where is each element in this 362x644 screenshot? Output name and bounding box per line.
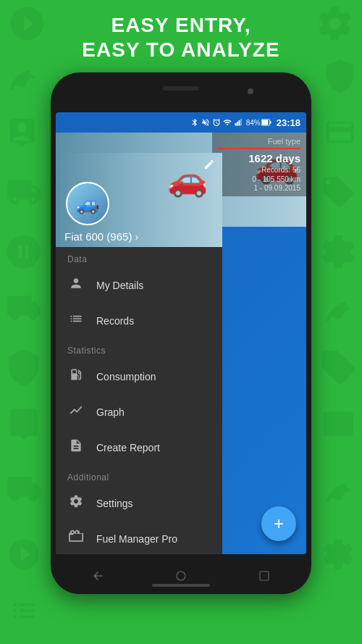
menu-item-records[interactable]: Records <box>56 303 222 338</box>
menu-item-fuel-manager-pro[interactable]: Fuel Manager Pro <box>56 521 222 554</box>
alarm-icon <box>212 118 221 127</box>
my-details-label: My Details <box>96 280 143 291</box>
menu-item-settings[interactable]: Settings <box>56 485 222 521</box>
graph-label: Graph <box>96 406 125 418</box>
signal-icon <box>234 118 244 127</box>
fuel-type-label: Fuel type <box>218 137 300 149</box>
graph-icon <box>67 403 85 421</box>
svg-rect-8 <box>260 572 269 580</box>
records-count: 56 <box>292 166 300 174</box>
svg-rect-1 <box>237 122 238 126</box>
phone-home-bar <box>152 584 210 587</box>
date-range: 1 - 09.09.2015 <box>218 184 300 192</box>
menu-item-my-details[interactable]: My Details <box>56 267 222 303</box>
svg-rect-0 <box>235 123 236 126</box>
status-bar: 84% 23:18 <box>56 112 306 133</box>
app-tagline: EASY ENTRY, EASY TO ANALYZE <box>0 13 362 62</box>
phone-nav-bar <box>56 558 306 594</box>
settings-icon <box>67 494 85 512</box>
battery-indicator: 84% <box>246 119 272 127</box>
clock: 23:18 <box>277 117 300 128</box>
back-button[interactable] <box>89 567 106 585</box>
drawer-header: 🚗 🚙 Fiat 600 (965) › <box>56 153 222 247</box>
mute-icon <box>201 118 210 127</box>
menu-item-consumption[interactable]: Consumption <box>56 359 222 394</box>
create-report-label: Create Report <box>96 442 160 453</box>
settings-label: Settings <box>96 498 133 509</box>
fuel-manager-icon <box>67 530 85 548</box>
battery-icon <box>261 119 272 126</box>
km-range: 0 - 105 550 km <box>218 175 300 183</box>
wifi-icon <box>223 118 232 127</box>
navigation-drawer: 🚗 🚙 Fiat 600 (965) › Data <box>56 153 222 554</box>
person-icon <box>67 276 85 294</box>
bluetooth-icon <box>190 118 199 127</box>
fab-add-button[interactable]: + <box>261 506 296 541</box>
phone-screen: 84% 23:18 🚗 Fuel type 1622 days Records: <box>56 112 306 554</box>
svg-rect-2 <box>238 120 240 126</box>
stats-panel: Fuel type 1622 days Records: 56 0 - 105 … <box>212 133 306 196</box>
report-icon <box>67 438 85 456</box>
list-icon <box>67 311 85 330</box>
svg-point-7 <box>177 572 185 580</box>
tagline-line2: EASY TO ANALYZE <box>0 38 362 62</box>
drawer-car-name-row[interactable]: Fiat 600 (965) › <box>64 230 138 243</box>
svg-rect-6 <box>261 120 268 125</box>
records-label: Records <box>96 315 134 327</box>
section-additional-label: Additional <box>56 465 222 485</box>
days-count: 1622 days <box>218 152 300 164</box>
phone-camera <box>248 88 253 94</box>
menu-item-graph[interactable]: Graph <box>56 394 222 430</box>
tagline-line1: EASY ENTRY, <box>0 13 362 38</box>
car-chevron-icon: › <box>135 231 138 243</box>
phone-speaker <box>163 86 199 91</box>
car-avatar: 🚙 <box>66 182 109 225</box>
section-statistics-label: Statistics <box>56 338 222 359</box>
svg-rect-3 <box>240 119 242 126</box>
drawer-car-emoji: 🚗 <box>167 160 208 198</box>
status-icons: 84% 23:18 <box>190 117 300 128</box>
menu-item-create-report[interactable]: Create Report <box>56 430 222 465</box>
section-data-label: Data <box>56 247 222 267</box>
drawer-menu: Data My Details Records <box>56 247 222 554</box>
recents-button[interactable] <box>256 567 273 585</box>
fuel-icon <box>67 367 85 385</box>
consumption-label: Consumption <box>96 371 156 382</box>
edit-icon[interactable] <box>203 159 215 173</box>
svg-rect-5 <box>269 121 271 124</box>
records-label: Records: <box>261 166 290 174</box>
battery-percent: 84% <box>246 119 261 127</box>
fab-plus-icon: + <box>274 514 284 534</box>
home-button[interactable] <box>172 567 190 585</box>
phone-frame: 84% 23:18 🚗 Fuel type 1622 days Records: <box>51 72 311 594</box>
records-info: Records: 56 <box>218 166 300 174</box>
fuel-manager-pro-label: Fuel Manager Pro <box>96 533 177 545</box>
drawer-car-name: Fiat 600 (965) <box>64 230 132 243</box>
